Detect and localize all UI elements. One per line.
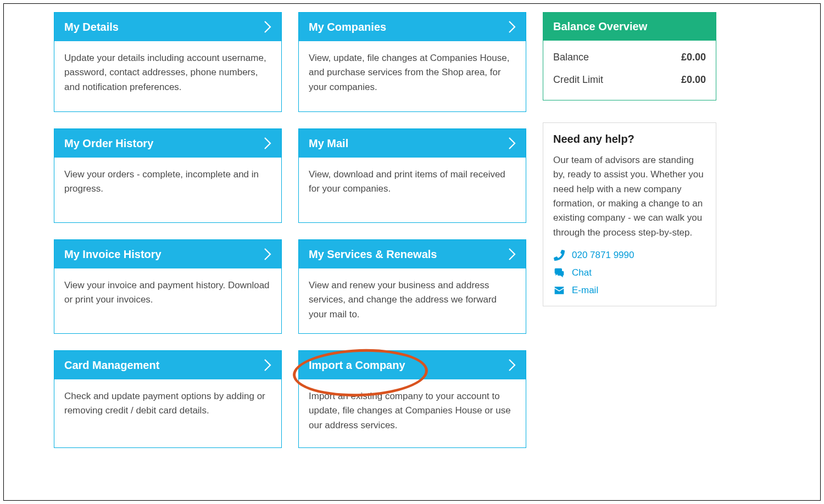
- help-email-link[interactable]: E-mail: [553, 285, 706, 296]
- card-title: My Order History: [64, 137, 153, 150]
- help-phone-text: 020 7871 9990: [572, 250, 634, 261]
- card-my-companies[interactable]: My Companies View, update, file changes …: [298, 12, 526, 112]
- help-chat-link[interactable]: Chat: [553, 267, 706, 278]
- card-import-company[interactable]: Import a Company Import an existing comp…: [298, 350, 526, 448]
- dashboard-content: My Details Update your details including…: [54, 12, 716, 448]
- card-title: My Details: [64, 21, 119, 33]
- card-header: My Services & Renewals: [299, 240, 526, 268]
- card-grid: My Details Update your details including…: [54, 12, 526, 448]
- balance-overview-panel: Balance Overview Balance £0.00 Credit Li…: [543, 12, 716, 100]
- card-desc: Check and update payment options by addi…: [54, 379, 281, 447]
- help-title: Need any help?: [553, 133, 706, 145]
- phone-icon: [553, 250, 565, 261]
- help-text: Our team of advisors are standing by, re…: [553, 153, 706, 240]
- card-header: My Invoice History: [54, 240, 281, 268]
- chevron-right-icon: [508, 137, 516, 150]
- card-title: Import a Company: [309, 359, 405, 372]
- help-phone-link[interactable]: 020 7871 9990: [553, 250, 706, 261]
- balance-row-credit-limit: Credit Limit £0.00: [553, 69, 706, 91]
- card-title: Card Management: [64, 359, 159, 372]
- card-desc: View your invoice and payment history. D…: [54, 268, 281, 333]
- card-title: My Companies: [309, 21, 386, 33]
- card-my-details[interactable]: My Details Update your details including…: [54, 12, 282, 112]
- card-header: My Details: [54, 13, 281, 41]
- card-header: My Order History: [54, 129, 281, 158]
- balance-value: £0.00: [681, 74, 706, 86]
- card-header: Import a Company: [299, 351, 526, 379]
- card-title: My Mail: [309, 137, 348, 150]
- card-order-history[interactable]: My Order History View your orders - comp…: [54, 128, 282, 223]
- card-desc: View, download and print items of mail r…: [299, 158, 526, 222]
- card-services-renewals[interactable]: My Services & Renewals View and renew yo…: [298, 239, 526, 334]
- chevron-right-icon: [508, 20, 516, 33]
- chevron-right-icon: [264, 359, 271, 372]
- help-email-text: E-mail: [572, 285, 598, 296]
- chevron-right-icon: [264, 137, 271, 150]
- chevron-right-icon: [508, 248, 516, 261]
- chevron-right-icon: [264, 20, 271, 33]
- balance-value: £0.00: [681, 52, 706, 63]
- card-desc: Update your details including account us…: [54, 41, 281, 111]
- chevron-right-icon: [508, 359, 516, 372]
- balance-label: Balance: [553, 52, 589, 63]
- card-desc: Import an existing company to your accou…: [299, 379, 526, 447]
- card-invoice-history[interactable]: My Invoice History View your invoice and…: [54, 239, 282, 334]
- help-links: 020 7871 9990 Chat E-mail: [553, 250, 706, 296]
- balance-title: Balance Overview: [543, 13, 716, 41]
- help-panel: Need any help? Our team of advisors are …: [543, 122, 716, 306]
- side-column: Balance Overview Balance £0.00 Credit Li…: [543, 12, 716, 448]
- balance-row-balance: Balance £0.00: [553, 46, 706, 69]
- card-my-mail[interactable]: My Mail View, download and print items o…: [298, 128, 526, 223]
- balance-body: Balance £0.00 Credit Limit £0.00: [543, 41, 716, 100]
- card-card-management[interactable]: Card Management Check and update payment…: [54, 350, 282, 448]
- card-header: My Mail: [299, 129, 526, 158]
- balance-label: Credit Limit: [553, 74, 603, 86]
- card-header: Card Management: [54, 351, 281, 379]
- card-title: My Services & Renewals: [309, 248, 437, 261]
- chat-icon: [553, 267, 565, 278]
- email-icon: [553, 285, 565, 296]
- card-header: My Companies: [299, 13, 526, 41]
- chevron-right-icon: [264, 248, 271, 261]
- card-desc: View your orders - complete, incomplete …: [54, 158, 281, 222]
- card-title: My Invoice History: [64, 248, 162, 261]
- help-chat-text: Chat: [572, 267, 592, 278]
- card-desc: View and renew your business and address…: [299, 268, 526, 333]
- card-desc: View, update, file changes at Companies …: [299, 41, 526, 111]
